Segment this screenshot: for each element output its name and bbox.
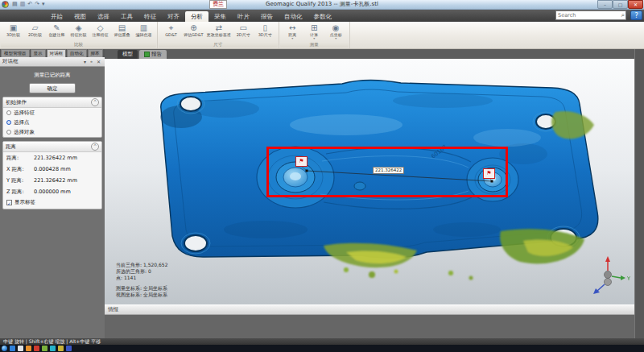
axis-y-label: Y <box>626 275 630 282</box>
ribbon-button-label: 评估GD&T <box>184 32 204 37</box>
ribbon-button[interactable]: ▱ 2D比较 <box>24 23 46 37</box>
ribbon-button[interactable]: ◈ 特征比较 <box>68 23 89 37</box>
ribbon-button-label: 注释特征 <box>93 32 109 37</box>
section-title: 距离 <box>6 143 16 151</box>
dropdown-arrow-icon[interactable]: ▾ <box>291 37 293 40</box>
ribbon-button[interactable]: ⌖ GD&T <box>160 23 182 37</box>
distance-label: Y 距离: <box>6 177 34 184</box>
taskbar-icon[interactable] <box>58 346 64 351</box>
stat-line: 当前三角形: 1,520,652 <box>116 262 167 268</box>
ribbon-button[interactable]: ↔ 距离 ▾ <box>282 23 303 40</box>
ribbon-button-label: 2D尺寸 <box>237 32 250 37</box>
radio-dot-icon[interactable] <box>6 110 11 115</box>
panel-dropdown-icon[interactable]: ▾ <box>82 59 88 64</box>
viewport-tabs: 模型 报告 <box>105 48 634 59</box>
taskbar-icon[interactable] <box>66 346 72 351</box>
collapse-icon[interactable]: ^ <box>91 98 99 106</box>
minimize-button[interactable]: – <box>597 0 613 9</box>
search-icon[interactable]: ⌕ <box>621 11 625 19</box>
left-panel: 模型管理器 显示 对话框 自动化 脚本 对话框 ▾ ⚬ ✕ 测量已记的距离 确定… <box>0 48 105 338</box>
right-dock-strip[interactable] <box>634 48 644 338</box>
radio-option[interactable]: 选择对象 <box>3 127 101 137</box>
taskbar-icon[interactable] <box>50 346 56 351</box>
taskbar-icon[interactable] <box>42 346 47 351</box>
panel-close-icon[interactable]: ✕ <box>95 59 102 64</box>
left-panel-tab[interactable]: 脚本 <box>88 49 103 57</box>
show-label-row[interactable]: 显示标签 <box>3 197 101 209</box>
ribbon-button-label: GD&T <box>165 32 177 37</box>
viewport-tab[interactable]: 报告 <box>139 50 167 59</box>
radio-dot-icon[interactable] <box>6 120 11 125</box>
distance-value: 0.000000 mm <box>34 188 71 195</box>
ribbon-button[interactable]: ▯ 3D尺寸 <box>254 23 276 37</box>
ribbon-tab[interactable]: 叶片 <box>232 11 255 22</box>
ribbon-button[interactable]: ⊕ 评估GD&T <box>182 23 205 37</box>
ribbon-tab-row: 开始 视图 选择 工具 特征 对齐 分析 采集 叶片 报告 自动化 参 <box>0 9 644 22</box>
ribbon-tab[interactable]: 视图 <box>68 11 92 22</box>
ribbon-button-label: 编辑色谱 <box>136 32 152 37</box>
ribbon-tab[interactable]: 特征 <box>138 11 162 22</box>
distance-label: X 距离: <box>6 166 34 173</box>
left-panel-tab[interactable]: 对话框 <box>47 49 67 57</box>
ribbon-tab[interactable]: 对齐 <box>162 11 185 22</box>
left-panel-tab[interactable]: 模型管理器 <box>1 49 30 57</box>
ribbon-tab[interactable]: 工具 <box>115 11 138 22</box>
panel-pin-icon[interactable]: ⚬ <box>88 59 95 64</box>
ribbon-button[interactable]: ⇄ 更改坐标基准 <box>205 23 233 37</box>
ribbon-button[interactable]: ▤ 评估重叠 <box>111 23 133 37</box>
show-label-text: 显示标签 <box>14 199 35 206</box>
search-input[interactable] <box>556 12 621 19</box>
viewport: 模型 报告 <box>105 48 634 304</box>
ok-button[interactable]: 确定 <box>29 83 76 93</box>
viewport-tab[interactable]: 模型 <box>118 50 138 59</box>
ribbon-button-icon: ⇄ <box>215 23 221 32</box>
ribbon-button[interactable]: ⊞ 计算 ▾ <box>303 23 325 40</box>
ribbon-button-icon: ↔ <box>289 23 295 32</box>
distance-value-row: X 距离: 0.000428 mm <box>3 164 101 175</box>
ribbon-group-compare: ▣ 3D比较 ▱ 2D比较 ✎ 创建注释 ◈ <box>0 22 158 48</box>
ribbon-button[interactable]: ▥ 编辑色谱 <box>133 23 155 37</box>
viewport-tab-label: 模型 <box>122 50 133 59</box>
ribbon-button-label: 3D尺寸 <box>258 32 272 37</box>
collapse-icon[interactable]: ^ <box>91 143 99 151</box>
model-stats-overlay: 当前三角形: 1,520,652所选的三角形: 0点: 1141 测量坐标系: … <box>116 262 167 298</box>
ribbon-button[interactable]: ▭ 2D尺寸 <box>233 23 254 37</box>
ribbon-tab[interactable]: 报告 <box>255 11 279 22</box>
taskbar-icon[interactable] <box>34 346 39 351</box>
show-label-checkbox[interactable] <box>6 200 12 205</box>
3d-canvas[interactable]: 60167 <box>105 59 634 304</box>
taskbar-icon[interactable] <box>18 346 23 351</box>
left-panel-tab[interactable]: 显示 <box>31 49 46 57</box>
radio-dot-icon[interactable] <box>6 130 11 135</box>
ribbon-button[interactable]: ✎ 创建注释 <box>46 23 68 37</box>
taskbar-icon[interactable] <box>26 346 31 351</box>
radio-option[interactable]: 选择特征 <box>3 108 101 118</box>
distance-section: 距离 ^ 距离: 221.326422 mm X 距离: 0.000428 mm <box>2 141 102 209</box>
window-title: Geomagic Qualify 2013 -- 测量-卡孔板.stl <box>0 0 644 9</box>
start-button[interactable] <box>2 346 7 351</box>
ribbon-tab[interactable]: 选择 <box>92 11 115 22</box>
ribbon-button[interactable]: ◉ 点坐标 ▾ <box>325 23 347 40</box>
taskbar-icon[interactable] <box>10 346 15 351</box>
left-panel-tab[interactable]: 自动化 <box>67 49 87 57</box>
maximize-button[interactable]: ▢ <box>613 0 628 9</box>
ribbon-button-label: 2D比较 <box>28 32 42 37</box>
ribbon-group-dimension: ⌖ GD&T ⊕ 评估GD&T ⇄ 更改坐标基准 ▭ <box>158 22 279 48</box>
ribbon-button-icon: ⊞ <box>311 23 317 32</box>
ribbon-tab[interactable]: 参数化 <box>308 11 338 22</box>
help-button[interactable]: ? <box>630 10 642 20</box>
info-panel-header[interactable]: 情报 <box>105 304 634 315</box>
left-panel-tabs: 模型管理器 显示 对话框 自动化 脚本 <box>0 48 105 57</box>
ribbon-tab[interactable]: 开始 <box>45 11 68 22</box>
radio-option[interactable]: 选择点 <box>3 118 101 127</box>
dropdown-arrow-icon[interactable]: ▾ <box>335 37 336 40</box>
ribbon-button-icon: ▱ <box>32 23 39 32</box>
close-button[interactable]: ✕ <box>628 0 643 9</box>
ribbon-button[interactable]: ▣ 3D比较 <box>2 23 24 37</box>
search-box: ⌕ <box>555 10 626 20</box>
ribbon-button[interactable]: ◇ 注释特征 <box>89 23 111 37</box>
ribbon-tab[interactable]: 分析 <box>185 11 208 22</box>
ribbon-tab[interactable]: 采集 <box>208 11 232 22</box>
dropdown-arrow-icon[interactable]: ▾ <box>313 37 315 40</box>
ribbon-tab[interactable]: 自动化 <box>279 11 308 22</box>
